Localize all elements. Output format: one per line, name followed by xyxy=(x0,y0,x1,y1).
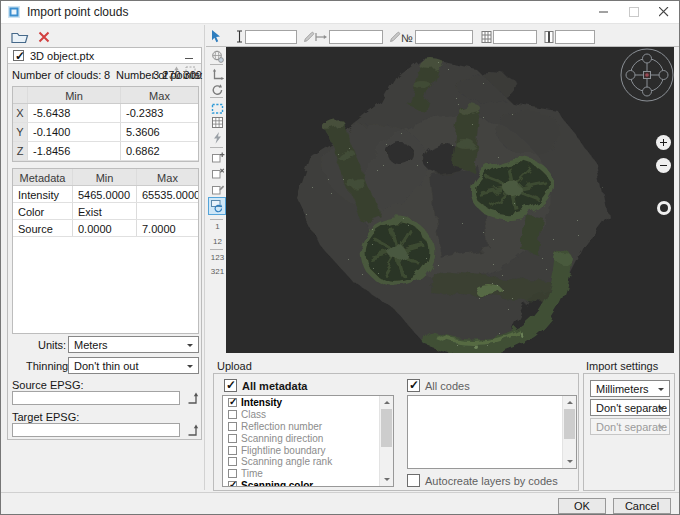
point-cloud-render xyxy=(226,47,674,353)
separate-value-1: Don't separate xyxy=(596,402,667,414)
columns-icon[interactable] xyxy=(480,30,493,46)
units-import-select[interactable]: Millimeters xyxy=(590,380,670,397)
list-item[interactable]: Intensity xyxy=(224,397,379,409)
list-item[interactable]: Scanning color xyxy=(224,480,379,487)
units-value: Meters xyxy=(74,339,108,351)
maximize-button[interactable] xyxy=(619,1,649,23)
selection-rect-icon[interactable] xyxy=(210,101,225,116)
cancel-button[interactable]: Cancel xyxy=(613,498,671,514)
separate-value-2: Don't separate xyxy=(596,421,667,433)
meta-col-min: Min xyxy=(73,169,137,185)
titlebar[interactable]: Import point clouds xyxy=(1,1,679,24)
meta-col-max: Max xyxy=(137,169,198,185)
panel-divider xyxy=(204,25,205,490)
reset-view-button[interactable] xyxy=(657,201,671,215)
remove-file-button[interactable] xyxy=(38,31,50,45)
bounds-col-min: Min xyxy=(28,87,121,103)
minimize-button[interactable] xyxy=(589,1,619,23)
cloud-globe-icon[interactable] xyxy=(210,49,225,64)
source-epsg-picker-icon[interactable] xyxy=(186,391,200,407)
meta-col-metadata: Metadata xyxy=(13,169,73,185)
order-1-icon[interactable]: 1 xyxy=(210,222,225,231)
toolbar-field-4[interactable] xyxy=(493,30,537,44)
metadata-list[interactable]: Intensity Class Reflection number Scanni… xyxy=(222,395,394,487)
metadata-table: Metadata Min Max Intensity 5465.0000 655… xyxy=(12,168,199,334)
open-file-button[interactable] xyxy=(11,30,29,45)
file-list-item[interactable]: 3D object.ptx xyxy=(8,48,201,64)
metadata-list-scrollbar[interactable] xyxy=(379,396,393,486)
edit-box-icon[interactable] xyxy=(210,182,225,197)
list-item[interactable]: Class xyxy=(224,409,379,421)
all-codes-checkbox[interactable]: All codes xyxy=(407,379,470,392)
autocreate-layers-checkbox[interactable]: Autocreate layers by codes xyxy=(407,474,558,487)
toolbar-field-5[interactable] xyxy=(555,30,595,44)
units-select[interactable]: Meters xyxy=(68,336,199,353)
clouds-count-label: Number of clouds: xyxy=(12,69,101,81)
selection-box-icon xyxy=(184,65,198,81)
order-321-icon[interactable]: 321 xyxy=(210,267,225,276)
all-codes-box[interactable] xyxy=(407,379,420,392)
close-button[interactable] xyxy=(649,1,679,23)
measure-length-icon[interactable] xyxy=(314,30,328,45)
zoom-in-button[interactable] xyxy=(656,135,671,150)
toolbar-field-1[interactable] xyxy=(245,30,297,44)
ok-label: OK xyxy=(574,500,590,512)
lightning-icon[interactable] xyxy=(210,130,225,145)
upload-group-title: Upload xyxy=(217,360,252,372)
codes-list-scrollbar[interactable] xyxy=(562,396,576,468)
toolbar-field-2[interactable] xyxy=(329,30,383,44)
grid-icon[interactable] xyxy=(210,115,225,130)
list-item[interactable]: Scanning direction xyxy=(224,432,379,444)
all-codes-label: All codes xyxy=(425,380,470,392)
collapse-icon[interactable] xyxy=(185,50,193,62)
clouds-count-value: 8 xyxy=(104,69,110,81)
thinning-select[interactable]: Don't thin out xyxy=(68,357,199,374)
target-epsg-label: Target EPSG: xyxy=(12,411,79,423)
footer-separator xyxy=(1,492,679,493)
bounds-table: Min Max X -5.6438 -0.2383 Y -0.1400 5.36… xyxy=(12,86,199,162)
thinning-label: Thinning: xyxy=(26,360,71,372)
3d-viewport[interactable] xyxy=(226,47,674,353)
remove-box-icon[interactable] xyxy=(210,166,225,181)
toolbar-field-3[interactable] xyxy=(415,30,473,44)
table-row: Z -1.8456 0.6862 xyxy=(13,142,198,161)
axes-icon[interactable] xyxy=(210,67,225,82)
target-epsg-input[interactable] xyxy=(12,423,180,437)
view-compass[interactable] xyxy=(618,47,674,103)
list-item[interactable]: Time xyxy=(224,468,379,480)
all-metadata-label: All metadata xyxy=(242,380,307,392)
table-row: Source 0.0000 7.0000 xyxy=(13,220,198,237)
draw-line-icon-2[interactable] xyxy=(388,30,401,45)
bounds-col-max: Max xyxy=(121,87,198,103)
list-item[interactable]: Flightline boundary xyxy=(224,444,379,456)
source-epsg-input[interactable] xyxy=(12,391,180,405)
all-metadata-checkbox[interactable]: All metadata xyxy=(224,379,307,392)
ok-button[interactable]: OK xyxy=(558,498,606,514)
import-point-clouds-dialog: Import point clouds 3D object.ptx xyxy=(0,0,680,515)
list-item[interactable]: Reflection number xyxy=(224,421,379,433)
transform-icon xyxy=(166,65,180,81)
units-import-value: Millimeters xyxy=(596,383,649,395)
all-metadata-box[interactable] xyxy=(224,379,237,392)
list-item[interactable]: Scanning angle rank xyxy=(224,456,379,468)
section-icon[interactable] xyxy=(542,30,555,46)
select-tool-button[interactable] xyxy=(209,29,223,46)
cancel-label: Cancel xyxy=(625,500,659,512)
zoom-out-button[interactable] xyxy=(656,158,671,173)
separate-select-1[interactable]: Don't separate xyxy=(590,399,670,416)
file-name: 3D object.ptx xyxy=(30,50,94,62)
window-title: Import point clouds xyxy=(27,5,128,19)
order-12-icon[interactable]: 12 xyxy=(210,237,225,246)
codes-list[interactable] xyxy=(407,395,577,469)
refresh-view-tool-selected[interactable] xyxy=(208,197,226,215)
target-epsg-picker-icon[interactable] xyxy=(186,423,200,439)
upload-group: All metadata Intensity Class Reflection … xyxy=(213,373,579,491)
source-epsg-label: Source EPSG: xyxy=(12,379,84,391)
table-row: Color Exist xyxy=(13,203,198,220)
add-box-icon[interactable] xyxy=(210,150,225,165)
order-123-icon[interactable]: 123 xyxy=(210,253,225,262)
autocreate-layers-box[interactable] xyxy=(407,474,420,487)
separate-select-2: Don't separate xyxy=(590,418,670,435)
rotate-icon[interactable] xyxy=(210,82,225,97)
file-checkbox[interactable] xyxy=(13,50,24,61)
